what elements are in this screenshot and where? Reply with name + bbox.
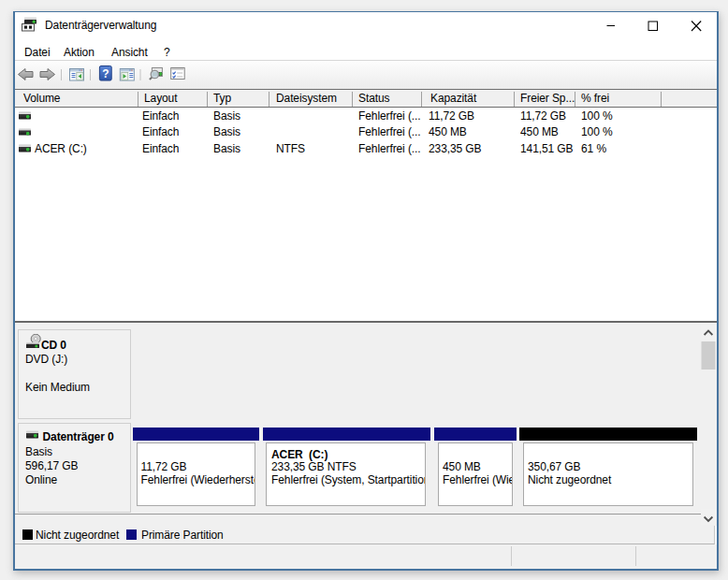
svg-text:?: ? — [102, 67, 109, 80]
